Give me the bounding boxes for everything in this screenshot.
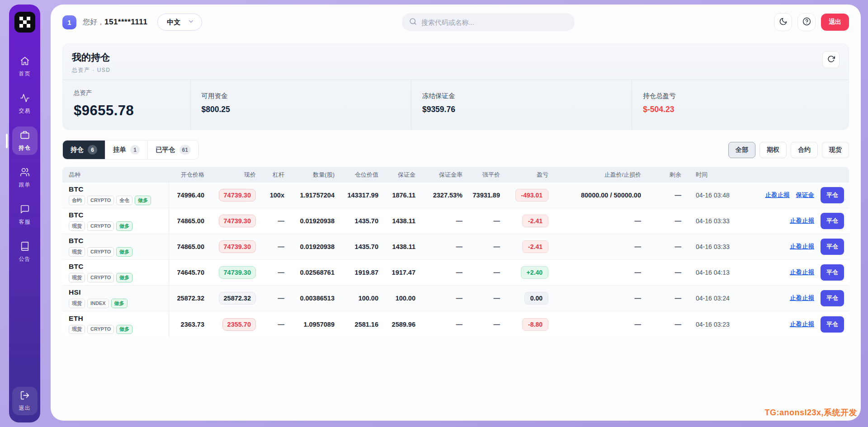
- tab-label: 已平仓: [156, 145, 175, 154]
- close-position-button[interactable]: 平仓: [821, 290, 844, 306]
- symbol-cell: BTC现货CRYPTO做多: [62, 234, 169, 259]
- table-cell: —: [555, 243, 647, 250]
- table-cell: —: [555, 295, 647, 302]
- tp-sl-link[interactable]: 止盈止损: [790, 217, 814, 225]
- table-cell: —: [262, 243, 291, 250]
- symbol-tags: 现货CRYPTO做多: [69, 325, 165, 334]
- sidebar-item-positions[interactable]: 持仓: [12, 127, 38, 155]
- close-position-button[interactable]: 平仓: [821, 213, 844, 229]
- symbol-cell: BTC现货CRYPTO做多: [62, 260, 169, 285]
- table-cell: 2581.16: [341, 321, 385, 328]
- tp-sl-link[interactable]: 止盈止损: [790, 268, 814, 277]
- table-cell: —: [262, 269, 291, 276]
- sidebar-item-label: 持仓: [19, 144, 31, 152]
- table-cell: 04-16 03:23: [688, 321, 738, 328]
- help-button[interactable]: [797, 13, 816, 31]
- filter-现货[interactable]: 现货: [822, 142, 849, 158]
- activity-icon: [20, 93, 30, 105]
- table-cell: —: [422, 243, 469, 250]
- table-cell: 100x: [262, 192, 291, 199]
- table-cell: 143317.99: [341, 192, 385, 199]
- close-position-button[interactable]: 平仓: [821, 239, 844, 255]
- table-row: BTC现货CRYPTO做多74645.7074739.30—0.02568761…: [62, 260, 849, 286]
- sidebar-item-label: 跟单: [19, 181, 31, 189]
- stat-value: $-504.23: [643, 105, 838, 114]
- chevron-down-icon: [188, 18, 194, 26]
- tag-chip: 做多: [116, 221, 132, 230]
- tp-sl-link[interactable]: 止盈止损: [790, 243, 814, 251]
- search-input[interactable]: [421, 19, 567, 26]
- tp-sl-link[interactable]: 止盈止损: [790, 294, 814, 302]
- table-cell: —: [262, 321, 291, 328]
- sidebar-item-trade[interactable]: 交易: [12, 89, 38, 118]
- column-header: 杠杆: [262, 171, 291, 179]
- table-cell: —: [647, 269, 688, 276]
- tag-chip: 合约: [69, 196, 85, 205]
- tp-sl-link[interactable]: 止盈止损: [790, 320, 814, 328]
- tag-chip: 现货: [69, 325, 85, 334]
- sidebar-item-notice[interactable]: 公告: [12, 238, 38, 266]
- logout-button[interactable]: 退出: [821, 14, 849, 31]
- filter-全部[interactable]: 全部: [728, 142, 755, 158]
- close-position-button[interactable]: 平仓: [821, 316, 844, 333]
- tab-已平仓[interactable]: 已平仓61: [147, 141, 198, 159]
- filter-合约[interactable]: 合约: [791, 142, 818, 158]
- close-position-button[interactable]: 平仓: [821, 264, 844, 281]
- table-cell: —: [555, 321, 647, 328]
- close-position-button[interactable]: 平仓: [821, 187, 844, 203]
- pnl-pill: -493.01: [515, 189, 548, 202]
- tab-挂单[interactable]: 挂单1: [105, 141, 147, 159]
- moon-icon: [779, 17, 788, 27]
- filter-期权[interactable]: 期权: [760, 142, 787, 158]
- table-cell: —: [422, 217, 469, 225]
- table-cell: 1917.47: [385, 269, 422, 276]
- symbol-tags: 现货CRYPTO做多: [69, 273, 165, 282]
- app-logo: [14, 12, 35, 33]
- tp-sl-link[interactable]: 止盈止损: [765, 191, 790, 199]
- table-cell: —: [469, 295, 506, 302]
- table-row: BTC合约CRYPTO全仓做多74996.4074739.30100x1.917…: [62, 183, 849, 208]
- column-header: 保证金: [385, 171, 422, 179]
- table-cell: 1.91757204: [291, 192, 341, 199]
- pnl-pill: -2.41: [522, 240, 548, 253]
- symbol-name: ETH: [69, 314, 165, 323]
- sidebar-item-support[interactable]: 客服: [12, 201, 38, 229]
- table-body: BTC合约CRYPTO全仓做多74996.4074739.30100x1.917…: [62, 183, 849, 337]
- tag-chip: 做多: [135, 196, 151, 205]
- sidebar: 首页交易持仓跟单客服公告 退出: [9, 5, 40, 422]
- briefcase-icon: [20, 130, 30, 142]
- tag-chip: 全仓: [116, 196, 132, 205]
- table-cell: 25872.32: [169, 295, 211, 302]
- tab-持仓[interactable]: 持仓6: [63, 141, 105, 159]
- column-header: 剩余: [647, 171, 688, 179]
- price-cell: 74739.30: [211, 240, 262, 253]
- table-cell: 80000.00 / 50000.00: [555, 192, 647, 199]
- symbol-tags: 现货INDEX做多: [69, 299, 165, 308]
- pnl-cell: -2.41: [506, 240, 555, 253]
- table-cell: 04-16 03:48: [688, 192, 738, 199]
- table-cell: —: [422, 295, 469, 302]
- table-cell: 2363.73: [169, 321, 211, 328]
- theme-toggle-button[interactable]: [774, 13, 792, 31]
- stat-label: 冻结保证金: [422, 92, 621, 100]
- table-cell: —: [647, 192, 688, 199]
- table-cell: 04-16 03:24: [688, 295, 738, 302]
- sidebar-item-copytrade[interactable]: 跟单: [12, 164, 38, 192]
- sidebar-item-logout[interactable]: 退出: [12, 387, 38, 415]
- language-select[interactable]: 中文: [157, 14, 202, 31]
- symbol-name: BTC: [69, 211, 165, 219]
- refresh-button[interactable]: [822, 51, 840, 68]
- sidebar-item-label: 客服: [19, 218, 31, 226]
- table-cell: —: [647, 321, 688, 328]
- tag-chip: 现货: [69, 221, 85, 230]
- stats-row: 总资产$9655.78可用资金$800.25冻结保证金$9359.76持仓总盈亏…: [63, 80, 849, 130]
- sidebar-nav: 首页交易持仓跟单客服公告: [9, 52, 40, 266]
- users-icon: [20, 167, 30, 179]
- tag-chip: 现货: [69, 247, 85, 256]
- table-header-row: 品种开仓价格现价杠杆数量(股)仓位价值保证金保证金率强平价盈亏止盈价/止损价剩余…: [62, 167, 849, 183]
- symbol-cell: ETH现货CRYPTO做多: [62, 311, 169, 337]
- sidebar-item-home[interactable]: 首页: [12, 52, 38, 81]
- margin-link[interactable]: 保证金: [796, 191, 815, 199]
- search-box[interactable]: [402, 13, 575, 31]
- column-header: 仓位价值: [341, 171, 385, 179]
